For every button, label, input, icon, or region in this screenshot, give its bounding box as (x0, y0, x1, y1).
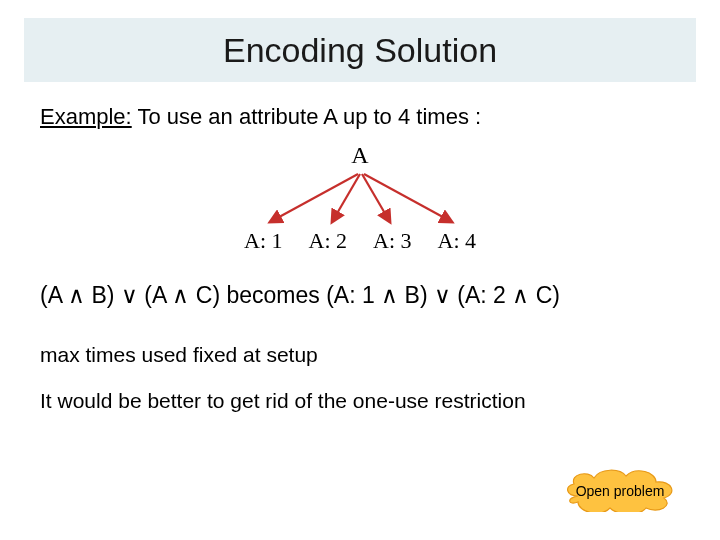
example-attr: A (323, 104, 336, 129)
or-icon: ∨ (434, 282, 451, 308)
formula-seg: (A (138, 282, 173, 308)
example-line: Example: To use an attribute A up to 4 t… (40, 104, 680, 130)
slide-title: Encoding Solution (223, 31, 497, 70)
formula-line: (A ∧ B) ∨ (A ∧ C) becomes (A: 1 ∧ B) ∨ (… (40, 282, 680, 309)
formula-seg: (A: 2 (451, 282, 512, 308)
and-icon: ∧ (381, 282, 398, 308)
formula-seg: B) (85, 282, 121, 308)
tree-leaf: A: 3 (373, 228, 412, 254)
tree-root: A (351, 142, 368, 169)
max-times-line: max times used fixed at setup (40, 343, 680, 367)
and-icon: ∧ (512, 282, 529, 308)
formula-seg: B) (398, 282, 434, 308)
and-icon: ∧ (68, 282, 85, 308)
tree-leaf: A: 2 (309, 228, 348, 254)
example-text-after: up to 4 times : (337, 104, 481, 129)
formula-seg: (A (40, 282, 68, 308)
tree-diagram: A A: 1 A: 2 A: 3 A: 4 (40, 142, 680, 262)
formula-seg: C) (529, 282, 560, 308)
tree-leaf: A: 4 (438, 228, 477, 254)
example-prefix: Example: (40, 104, 132, 129)
callout-label: Open problem (560, 468, 680, 512)
or-icon: ∨ (121, 282, 138, 308)
formula-seg: C) becomes (A: 1 (189, 282, 381, 308)
tree-leaf: A: 1 (244, 228, 283, 254)
slide-content: Example: To use an attribute A up to 4 t… (0, 82, 720, 413)
open-problem-callout: Open problem (560, 468, 680, 512)
better-line: It would be better to get rid of the one… (40, 389, 680, 413)
title-band: Encoding Solution (24, 18, 696, 82)
and-icon: ∧ (172, 282, 189, 308)
tree-leaves: A: 1 A: 2 A: 3 A: 4 (244, 228, 476, 254)
example-text-before: To use an attribute (132, 104, 324, 129)
tree-arrows (240, 172, 480, 228)
